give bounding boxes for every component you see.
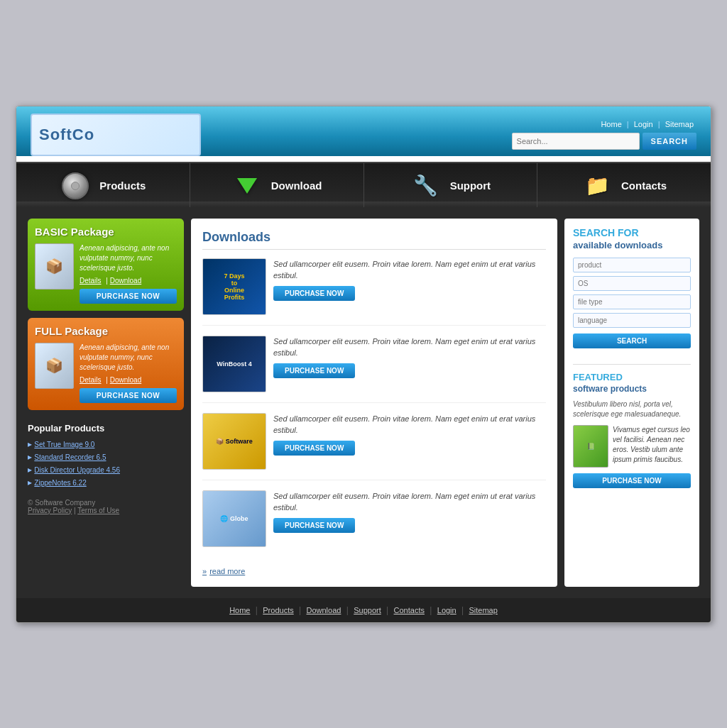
main-nav: Products Download 🔧 Support 📁 Contacts xyxy=(16,162,711,207)
full-purchase-button[interactable]: PURCHASE NOW xyxy=(80,388,177,403)
privacy-policy-link[interactable]: Privacy Policy xyxy=(28,507,72,514)
download-thumb-4: 🌐 Globe xyxy=(202,490,266,547)
download-desc-1: Sed ullamcorper elit eusem. Proin vitae … xyxy=(273,258,546,282)
search-product-field[interactable] xyxy=(573,258,691,272)
featured-subtitle: software products xyxy=(573,384,691,394)
bottom-nav-sitemap[interactable]: Sitemap xyxy=(469,606,497,614)
bottom-nav-login[interactable]: Login xyxy=(437,606,457,614)
full-package-image: 📦 xyxy=(35,343,74,389)
header-right: Home | Login | Sitemap SEARCH xyxy=(512,120,696,150)
full-package-description: Aenean adipiscing, ante non vulputate nu… xyxy=(80,343,177,373)
header: SoftCo Home | Login | Sitemap SEARCH xyxy=(16,106,711,156)
downloads-title: Downloads xyxy=(202,230,546,250)
main-wrapper: BASIC Package 📦 Aenean adipiscing, ante … xyxy=(16,207,711,598)
full-download-link[interactable]: Download xyxy=(110,376,141,384)
header-links: Home | Login | Sitemap xyxy=(512,120,696,128)
basic-package: BASIC Package 📦 Aenean adipiscing, ante … xyxy=(28,219,184,311)
nav-item-contacts[interactable]: 📁 Contacts xyxy=(537,163,711,207)
basic-download-link[interactable]: Download xyxy=(110,277,141,285)
download-desc-4: Sed ullamcorper elit eusem. Proin vitae … xyxy=(273,490,546,514)
full-package-title: FULL Package xyxy=(35,325,177,337)
featured-description: Vestibulum libero nisl, porta vel, scele… xyxy=(573,399,691,419)
popular-link-2[interactable]: Standard Recorder 6.5 xyxy=(34,453,106,461)
basic-package-image: 📦 xyxy=(35,243,74,289)
main-content: BASIC Package 📦 Aenean adipiscing, ante … xyxy=(28,219,699,587)
search-language-field[interactable] xyxy=(573,313,691,328)
folder-icon: 📁 xyxy=(581,170,613,202)
download-thumb-2: WinBoost 4 xyxy=(202,336,266,392)
popular-link-1[interactable]: Set True Image 9.0 xyxy=(34,441,94,448)
download-item-3: 📦 Software Sed ullamcorper elit eusem. P… xyxy=(202,413,546,480)
download-info-2: Sed ullamcorper elit eusem. Proin vitae … xyxy=(273,336,546,378)
popular-products-list: Set True Image 9.0 Standard Recorder 6.5… xyxy=(28,439,184,487)
popular-products-section: Popular Products Set True Image 9.0 Stan… xyxy=(28,417,184,520)
cd-icon xyxy=(60,170,91,202)
download-arrow-icon xyxy=(231,170,263,202)
nav-sitemap-link[interactable]: Sitemap xyxy=(665,120,694,128)
header-search-button[interactable]: SEARCH xyxy=(643,133,696,150)
download-info-4: Sed ullamcorper elit eusem. Proin vitae … xyxy=(273,490,546,533)
footer-links: © Software Company Privacy Policy | Term… xyxy=(28,499,184,514)
bottom-nav-products[interactable]: Products xyxy=(263,606,293,614)
download-purchase-btn-2[interactable]: PURCHASE NOW xyxy=(273,363,355,378)
download-desc-2: Sed ullamcorper elit eusem. Proin vitae … xyxy=(273,336,546,359)
nav-label-products: Products xyxy=(99,180,146,192)
copyright-text: © Software Company xyxy=(28,499,95,507)
logo-text: SoftCo xyxy=(39,126,94,144)
featured-product-image: 📗 xyxy=(573,425,608,468)
basic-package-description: Aenean adipiscing, ante non vulputate nu… xyxy=(80,243,177,273)
nav-label-download: Download xyxy=(271,180,322,192)
divider xyxy=(573,364,691,365)
read-more-link[interactable]: » read more xyxy=(202,567,546,575)
center-panel: Downloads 7 DaystoOnlineProfits Sed ulla… xyxy=(191,219,557,587)
featured-product: 📗 Vivamus eget cursus leo vel facilisi. … xyxy=(573,425,691,468)
bottom-nav-home[interactable]: Home xyxy=(229,606,250,614)
bottom-nav-support[interactable]: Support xyxy=(354,606,381,614)
download-purchase-btn-4[interactable]: PURCHASE NOW xyxy=(273,518,355,533)
basic-package-links: Details | Download xyxy=(80,277,177,285)
search-filetype-field[interactable] xyxy=(573,294,691,309)
featured-purchase-button[interactable]: PURCHASE NOW xyxy=(573,473,691,488)
popular-link-3[interactable]: Disk Director Upgrade 4.56 xyxy=(34,466,120,474)
terms-of-use-link[interactable]: Terms of Use xyxy=(77,507,119,514)
popular-item-2: Standard Recorder 6.5 xyxy=(28,452,184,462)
basic-package-title: BASIC Package xyxy=(35,226,177,238)
bottom-nav: Home | Products | Download | Support | C… xyxy=(16,598,711,622)
download-item-1: 7 DaystoOnlineProfits Sed ullamcorper el… xyxy=(202,258,546,326)
download-desc-3: Sed ullamcorper elit eusem. Proin vitae … xyxy=(273,413,546,436)
download-item-4: 🌐 Globe Sed ullamcorper elit eusem. Proi… xyxy=(202,490,546,557)
nav-item-support[interactable]: 🔧 Support xyxy=(364,163,538,207)
search-for-subtitle: available downloads xyxy=(573,240,691,250)
download-thumb-1: 7 DaystoOnlineProfits xyxy=(202,258,266,315)
download-item-2: WinBoost 4 Sed ullamcorper elit eusem. P… xyxy=(202,336,546,403)
wrench-icon: 🔧 xyxy=(410,170,442,202)
download-purchase-btn-1[interactable]: PURCHASE NOW xyxy=(273,286,355,301)
bottom-nav-contacts[interactable]: Contacts xyxy=(394,606,425,614)
download-info-1: Sed ullamcorper elit eusem. Proin vitae … xyxy=(273,258,546,301)
popular-link-4[interactable]: ZippeNotes 6.22 xyxy=(34,479,86,487)
popular-products-title: Popular Products xyxy=(28,423,184,434)
nav-item-download[interactable]: Download xyxy=(190,163,364,207)
basic-details-link[interactable]: Details xyxy=(80,277,102,285)
nav-item-products[interactable]: Products xyxy=(16,163,190,207)
nav-home-link[interactable]: Home xyxy=(601,120,621,128)
download-thumb-3: 📦 Software xyxy=(202,413,266,470)
search-os-field[interactable] xyxy=(573,276,691,291)
full-details-link[interactable]: Details xyxy=(80,376,102,384)
download-info-3: Sed ullamcorper elit eusem. Proin vitae … xyxy=(273,413,546,456)
bottom-nav-download[interactable]: Download xyxy=(307,606,341,614)
search-for-title: SEARCH FOR xyxy=(573,227,691,239)
basic-package-desc: Aenean adipiscing, ante non vulputate nu… xyxy=(80,243,177,304)
sidebar: BASIC Package 📦 Aenean adipiscing, ante … xyxy=(28,219,184,587)
nav-login-link[interactable]: Login xyxy=(634,120,653,128)
featured-product-description: Vivamus eget cursus leo vel facilisi. Ae… xyxy=(613,425,691,468)
header-search-input[interactable] xyxy=(512,133,640,150)
download-purchase-btn-3[interactable]: PURCHASE NOW xyxy=(273,441,355,456)
full-package-desc: Aenean adipiscing, ante non vulputate nu… xyxy=(80,343,177,403)
right-panel-search-button[interactable]: SEARCH xyxy=(573,333,691,348)
right-panel: SEARCH FOR available downloads SEARCH FE… xyxy=(564,219,699,587)
full-package: FULL Package 📦 Aenean adipiscing, ante n… xyxy=(28,318,184,410)
basic-purchase-button[interactable]: PURCHASE NOW xyxy=(80,289,177,304)
nav-label-support: Support xyxy=(450,180,491,192)
popular-item-1: Set True Image 9.0 xyxy=(28,439,184,449)
